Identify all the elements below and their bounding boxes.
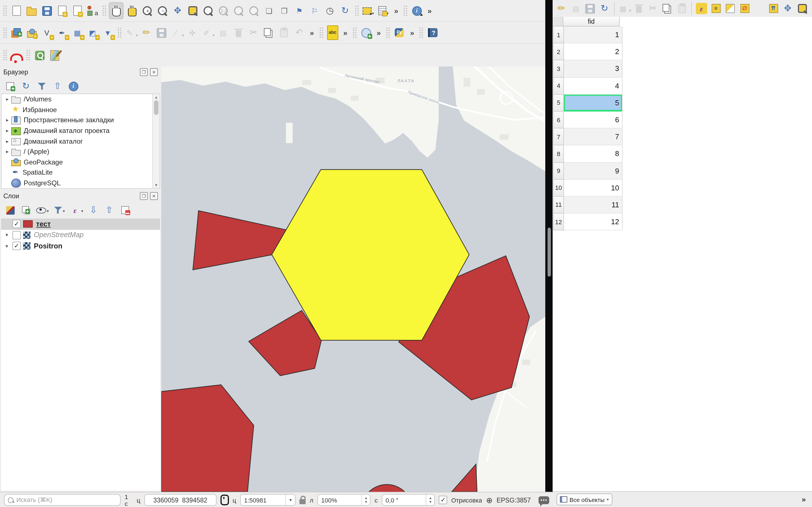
python-console-button[interactable]: Py	[393, 25, 406, 41]
toolbar-overflow-button[interactable]: »	[308, 29, 316, 37]
pan-map-button[interactable]	[109, 2, 123, 19]
extents-follow-mouse-icon[interactable]	[220, 495, 229, 505]
table-row-9[interactable]: 99	[553, 163, 812, 179]
fid-cell[interactable]: 9	[564, 163, 622, 179]
expand-arrow-icon[interactable]: ▸	[4, 138, 11, 144]
row-number[interactable]: 5	[553, 95, 564, 112]
layer-labeling-button[interactable]: abc	[326, 25, 340, 41]
save-project-button[interactable]	[40, 3, 54, 18]
crs-value[interactable]: EPSG:3857	[497, 497, 530, 503]
expand-all-button[interactable]: ⇩	[88, 204, 99, 216]
fid-cell[interactable]: 12	[564, 214, 622, 230]
data-source-manager-button[interactable]: ✚	[10, 25, 23, 41]
browser-item-spatialite[interactable]: ✒SpatiaLite	[2, 167, 160, 178]
reload-table-button[interactable]: ↻	[599, 1, 610, 16]
zoom-next-button[interactable]	[247, 3, 260, 18]
row-number[interactable]: 1	[553, 26, 564, 43]
browser-item-home[interactable]: ▸Домашний каталог	[2, 136, 160, 147]
toolbar-drag-handle[interactable]	[355, 5, 359, 16]
filter-form-button[interactable]	[753, 1, 765, 16]
identify-features-button[interactable]: i	[410, 3, 423, 18]
expand-arrow-icon[interactable]: ▾	[3, 243, 10, 249]
collapse-all-button[interactable]: ⇧	[52, 80, 63, 93]
dropdown-arrow-icon[interactable]: ▾	[136, 33, 138, 41]
row-number[interactable]: 9	[553, 163, 564, 179]
toolbar-overflow-button[interactable]: »	[425, 6, 434, 15]
toolbar-overflow-button[interactable]: »	[341, 29, 350, 37]
table-row-2[interactable]: 22	[553, 43, 812, 60]
new-gpx-layer-button[interactable]: ▼✳	[101, 25, 114, 41]
multi-edit-button[interactable]: ▤	[570, 1, 581, 16]
expand-arrow-icon[interactable]: ▸	[4, 149, 11, 155]
osm-place-search-plugin-button[interactable]	[33, 47, 46, 63]
layer-checkbox[interactable]	[12, 231, 21, 239]
add-group-button[interactable]: ✚	[20, 204, 32, 216]
browser-properties-button[interactable]: i	[68, 80, 79, 93]
zoom-native-resolution-button[interactable]: 1:1	[216, 3, 230, 18]
toolbar-drag-handle[interactable]	[352, 27, 356, 38]
zoom-to-selection-button[interactable]	[201, 3, 215, 18]
vertex-tool-button[interactable]: ✐▾	[201, 25, 214, 41]
row-number[interactable]: 6	[553, 112, 564, 128]
fid-cell[interactable]: 8	[564, 146, 622, 163]
table-row-8[interactable]: 88	[553, 146, 812, 163]
dropdown-arrow-icon[interactable]: ▾	[63, 209, 65, 216]
refresh-map-button[interactable]: ↻	[338, 3, 352, 18]
row-number[interactable]: 3	[553, 61, 564, 77]
filter-browser-button[interactable]	[36, 80, 47, 93]
osm-edit-plugin-button[interactable]	[48, 47, 61, 63]
expand-arrow-icon[interactable]: ▸	[4, 117, 11, 123]
layer-checkbox[interactable]: ✓	[12, 242, 21, 250]
browser-item-volumes[interactable]: ▸/Volumes	[2, 94, 160, 105]
search-input[interactable]: Искать (⌘K)	[4, 494, 121, 506]
filter-by-expression-button[interactable]: ε▾	[69, 204, 83, 216]
cut-features-button[interactable]: ✂	[247, 25, 260, 41]
browser-item-favorites[interactable]: ★Избранное	[2, 105, 160, 115]
add-selected-layers-button[interactable]: ✚	[4, 80, 16, 93]
paste-features-button[interactable]	[277, 25, 291, 41]
dropdown-arrow-icon[interactable]: ▾	[213, 33, 214, 41]
row-number[interactable]: 10	[553, 179, 564, 196]
row-number[interactable]: 11	[553, 196, 564, 214]
show-layout-manager-button[interactable]: ⚒	[70, 3, 84, 18]
save-edits-table-button[interactable]	[584, 1, 596, 16]
table-row-5[interactable]: 55	[553, 95, 812, 112]
toolbar-drag-handle[interactable]	[403, 5, 407, 16]
table-row-4[interactable]: 44	[553, 77, 812, 94]
open-project-button[interactable]	[25, 3, 38, 18]
zoom-out-button[interactable]: −	[156, 3, 169, 18]
gps-plugin-button[interactable]	[10, 47, 23, 63]
lock-scale-icon[interactable]	[300, 499, 306, 504]
paste-features-table-button[interactable]	[676, 1, 688, 16]
fid-cell[interactable]: 11	[564, 196, 622, 214]
zoom-full-button[interactable]: ✥	[171, 3, 185, 18]
delete-features-button[interactable]	[633, 1, 645, 16]
toggle-editing-button[interactable]: ✏	[140, 25, 153, 41]
magnifier-spinbox[interactable]: 100% ▲▼	[317, 494, 370, 506]
metasearch-catalog-button[interactable]: ✚	[359, 25, 373, 41]
zoom-last-button[interactable]	[232, 3, 245, 18]
feature-filter-combo[interactable]: Все объекты ▾	[557, 494, 612, 505]
attribute-table-corner[interactable]	[553, 17, 563, 26]
layers-float-button[interactable]: ❐	[140, 192, 148, 200]
manage-map-themes-button[interactable]: ▾	[36, 204, 49, 216]
show-spatial-bookmarks-button[interactable]: ⚐	[308, 3, 321, 18]
layer-checkbox[interactable]: ✓	[12, 220, 21, 228]
new-map-view-button[interactable]: ❏	[262, 3, 276, 18]
row-number[interactable]: 8	[553, 146, 564, 163]
crs-globe-icon[interactable]: ⊕	[486, 496, 493, 504]
new-shapefile-layer-button[interactable]: V✳	[40, 25, 54, 41]
fid-cell[interactable]: 2	[564, 43, 622, 60]
divider-scrollbar-thumb[interactable]	[547, 228, 551, 277]
toolbar-drag-handle[interactable]	[386, 27, 390, 38]
new-3d-map-view-button[interactable]: ❐	[277, 3, 291, 18]
table-row-11[interactable]: 1111	[553, 196, 812, 214]
toolbar-overflow-button[interactable]: »	[374, 29, 383, 37]
layers-close-button[interactable]: ✕	[150, 192, 158, 200]
toolbar-drag-handle[interactable]	[3, 5, 7, 16]
collapse-all-layers-button[interactable]: ⇧	[103, 204, 115, 216]
cut-features-table-button[interactable]: ✂	[647, 1, 659, 16]
coordinate-input[interactable]: 3360059 8394582	[144, 494, 216, 506]
fid-cell[interactable]: 7	[564, 128, 622, 145]
expand-arrow-icon[interactable]: ▸	[4, 128, 11, 133]
